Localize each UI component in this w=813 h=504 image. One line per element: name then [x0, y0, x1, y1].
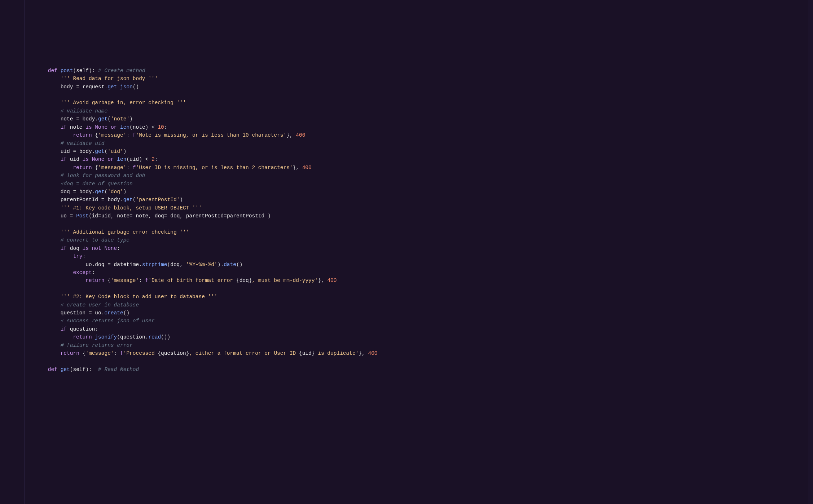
code-line[interactable]: return {'message': f'Note is missing, or…	[35, 131, 799, 139]
token: :	[126, 132, 132, 138]
token: <	[151, 124, 155, 130]
token: }	[312, 350, 315, 356]
token: is	[83, 156, 89, 162]
token	[67, 156, 70, 162]
token: ''' Read data for json body '''	[61, 76, 158, 81]
code-line[interactable]: ''' Read data for json body '''	[35, 75, 799, 83]
code-line[interactable]	[35, 91, 799, 99]
code-line[interactable]: if question:	[35, 325, 799, 333]
token: None	[92, 156, 105, 162]
code-line[interactable]: if doq is not None:	[35, 244, 799, 252]
token: 'Date of birth format error	[148, 278, 236, 283]
code-line[interactable]: except:	[35, 269, 799, 277]
indent	[35, 108, 61, 114]
token: , must be mm-dd-yyyy'	[252, 278, 318, 283]
token: .	[104, 84, 107, 90]
code-line[interactable]: if uid is None or len(uid) < 2:	[35, 155, 799, 163]
token: ()	[236, 262, 242, 268]
indent	[35, 124, 61, 130]
token: get	[61, 367, 70, 372]
token: ):	[85, 367, 98, 372]
token: ''' #2: Key Code block to add user to da…	[61, 294, 217, 300]
code-line[interactable]: # look for password and dob	[35, 172, 799, 180]
indent	[35, 116, 61, 122]
token: :	[114, 350, 120, 356]
token: ):	[89, 68, 98, 74]
token: uo	[95, 310, 101, 316]
code-line[interactable]: parentPostId = body.get('parentPostId')	[35, 196, 799, 204]
code-line[interactable]: uo = Post(id=uid, note= note, doq= doq, …	[35, 212, 799, 220]
token: 'note'	[111, 116, 129, 122]
code-line[interactable]: # convert to date type	[35, 236, 799, 244]
code-line[interactable]: uid = body.get('uid')	[35, 147, 799, 155]
token: if	[61, 326, 67, 332]
code-line[interactable]: ''' #2: Key Code block to add user to da…	[35, 293, 799, 301]
token: body	[79, 189, 92, 195]
editor-gutter	[0, 0, 25, 414]
token: jsonify	[95, 334, 117, 340]
editor-minimap[interactable]	[808, 0, 813, 414]
code-line[interactable]	[35, 357, 799, 365]
token: len	[120, 124, 129, 130]
token: if	[61, 246, 67, 251]
token: note	[133, 124, 145, 130]
token: return	[73, 334, 92, 340]
token: or	[107, 156, 114, 162]
token: 'message'	[111, 278, 139, 283]
token: =	[76, 116, 79, 122]
code-line[interactable]: doq = body.get('doq')	[35, 188, 799, 196]
code-line[interactable]: # validate name	[35, 107, 799, 115]
code-line[interactable]: uo.doq = datetime.strptime(doq, '%Y-%m-%…	[35, 261, 799, 269]
token	[79, 350, 83, 356]
token: question	[161, 350, 186, 356]
code-line[interactable]: if note is None or len(note) < 10:	[35, 123, 799, 131]
indent	[35, 270, 73, 275]
code-line[interactable]	[35, 220, 799, 228]
token: uid	[101, 213, 111, 219]
token: # convert to date type	[61, 237, 129, 243]
token: # success returns json of user	[61, 318, 155, 324]
code-line[interactable]: question = uo.create()	[35, 309, 799, 317]
code-line[interactable]: try:	[35, 252, 799, 260]
indent	[35, 84, 61, 90]
token: read	[148, 334, 161, 340]
code-line[interactable]	[35, 285, 799, 293]
token: 2	[151, 156, 155, 162]
token: datetime	[114, 262, 139, 268]
token: =	[107, 262, 111, 268]
code-line[interactable]: # success returns json of user	[35, 317, 799, 325]
token: return	[61, 350, 79, 356]
token: (	[117, 334, 120, 340]
token: return	[73, 165, 92, 171]
code-line[interactable]: return jsonify(question.read())	[35, 333, 799, 341]
code-line[interactable]: # validate uid	[35, 140, 799, 147]
code-line[interactable]: ''' Additional garbage error checking ''…	[35, 228, 799, 236]
indent	[35, 165, 73, 171]
code-line[interactable]: #doq = date of question	[35, 180, 799, 188]
token	[107, 124, 111, 130]
code-line[interactable]: # failure returns error	[35, 341, 799, 349]
token: doq	[239, 278, 249, 283]
code-line[interactable]: return {'message': f'User ID is missing,…	[35, 164, 799, 172]
code-line[interactable]: return {'message': f'Date of birth forma…	[35, 277, 799, 284]
code-line[interactable]: # create user in database	[35, 301, 799, 309]
code-line[interactable]: return {'message': f'Processed {question…	[35, 349, 799, 357]
code-line[interactable]: def get(self): # Read Method	[35, 366, 799, 373]
token	[148, 124, 151, 130]
code-line[interactable]: ''' #1: Key code block, setup USER OBJEC…	[35, 204, 799, 212]
code-line[interactable]: ''' Avoid garbage in, error checking '''	[35, 99, 799, 107]
token: uo	[85, 262, 92, 268]
code-line[interactable]: note = body.get('note')	[35, 115, 799, 123]
token: )	[129, 116, 133, 122]
token: .	[139, 262, 142, 268]
token: =	[98, 213, 101, 219]
code-line[interactable]: body = request.get_json()	[35, 83, 799, 91]
token	[98, 197, 101, 203]
indent	[35, 156, 61, 162]
code-line[interactable]: def post(self): # Create method	[35, 67, 799, 75]
indent	[35, 318, 61, 324]
indent	[35, 334, 73, 340]
token: :	[92, 270, 95, 275]
code-editor[interactable]: def post(self): # Create method ''' Read…	[0, 57, 813, 373]
token: uid	[61, 149, 70, 154]
